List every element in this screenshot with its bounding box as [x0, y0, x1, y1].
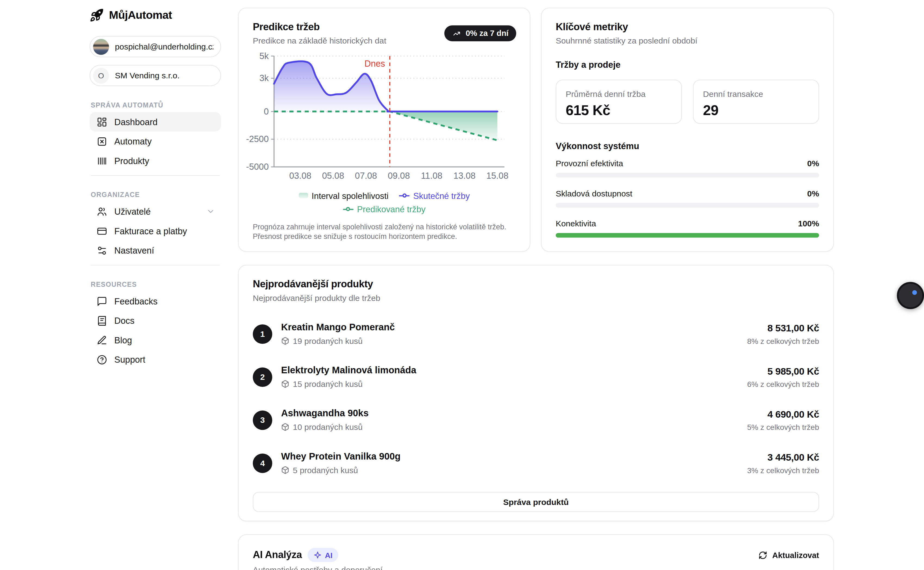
meter-label: Konektivita — [556, 219, 596, 228]
forecast-chart-svg: 5k3k0-2500-500003.0805.0807.0809.0811.08… — [241, 51, 512, 186]
ai-analysis-card: AI Analýza AI Aktualizovat Automatické p — [238, 534, 834, 570]
progress-track — [556, 173, 819, 178]
sidebar-item-support[interactable]: Support — [89, 349, 221, 369]
legend-item-interval: Interval spolehlivosti — [298, 189, 388, 202]
product-sold: 10 prodaných kusů — [281, 422, 369, 432]
svg-text:-2500: -2500 — [246, 134, 269, 144]
svg-text:03.08: 03.08 — [289, 171, 311, 181]
users-icon — [97, 206, 107, 217]
book-icon — [97, 315, 107, 326]
sidebar-item-docs[interactable]: Docs — [89, 311, 221, 330]
progress-track — [556, 233, 819, 238]
product-share: 8% z celkových tržeb — [747, 337, 819, 346]
sidebar-item-automaty[interactable]: Automaty — [89, 132, 221, 151]
stat-label: Denní transakce — [703, 89, 809, 98]
legend-label: Skutečné tržby — [413, 191, 470, 200]
user-account-button[interactable]: pospichal@underholding.cz — [89, 36, 221, 57]
metrics-title: Klíčové metriky — [556, 21, 819, 33]
package-icon — [281, 337, 289, 345]
svg-text:5k: 5k — [259, 51, 269, 61]
pen-icon — [97, 335, 107, 345]
sidebar-item-feedbacks[interactable]: Feedbacks — [89, 291, 221, 311]
meter-label: Provozní efektivita — [556, 159, 623, 168]
sidebar-item-uzivatele[interactable]: Uživatelé — [89, 202, 221, 221]
dashboard-icon — [97, 116, 107, 127]
notification-dot — [912, 290, 917, 295]
svg-text:05.08: 05.08 — [322, 171, 344, 181]
legend-item-predicted: Predikované tržby — [343, 203, 426, 216]
product-sold: 5 prodaných kusů — [281, 465, 401, 475]
sales-section-title: Tržby a prodeje — [556, 60, 819, 70]
sidebar-item-dashboard[interactable]: Dashboard — [89, 112, 221, 132]
line-marker-icon — [343, 206, 354, 212]
svg-text:09.08: 09.08 — [388, 171, 410, 181]
sidebar: MůjAutomat pospichal@underholding.cz O S… — [89, 0, 221, 369]
sidebar-item-label: Uživatelé — [115, 207, 151, 216]
svg-text:0: 0 — [264, 107, 269, 116]
meter-value: 100% — [798, 219, 819, 228]
meter-konektivita: Konektivita 100% — [556, 219, 819, 238]
sidebar-item-label: Dashboard — [115, 117, 158, 127]
sidebar-item-label: Docs — [115, 316, 134, 326]
vending-machine-icon — [97, 136, 107, 147]
app-logo: MůjAutomat — [89, 8, 221, 23]
forecast-chart: 5k3k0-2500-500003.0805.0807.0809.0811.08… — [241, 51, 516, 188]
products-title: Nejprodávanější produkty — [253, 278, 819, 290]
line-marker-icon — [399, 193, 410, 199]
product-price: 5 985,00 Kč — [747, 365, 819, 377]
product-sold: 19 prodaných kusů — [281, 336, 395, 346]
manage-products-button[interactable]: Správa produktů — [253, 492, 819, 512]
feedback-widget-button[interactable] — [897, 282, 924, 309]
sidebar-section-sprava-automatu: SPRÁVA AUTOMATŮ — [91, 101, 221, 109]
sidebar-item-fakturace[interactable]: Fakturace a platby — [89, 221, 221, 241]
sidebar-item-blog[interactable]: Blog — [89, 330, 221, 350]
package-icon — [281, 466, 289, 474]
sidebar-item-label: Produkty — [115, 156, 149, 166]
progress-track — [556, 203, 819, 208]
product-share: 6% z celkových tržeb — [747, 380, 819, 389]
system-section-title: Výkonnost systému — [556, 141, 819, 151]
forecast-card: Predikce tržeb Predikce na základě histo… — [238, 8, 530, 252]
stat-boxes: Průměrná denní tržba 615 Kč Denní transa… — [556, 80, 819, 124]
metrics-subtitle: Souhrnné statistiky za poslední období — [556, 36, 819, 46]
forecast-note: Prognóza zahrnuje interval spolehlivosti… — [253, 223, 516, 241]
legend-label: Predikované tržby — [357, 204, 426, 214]
meter-skladova-dostupnost: Skladová dostupnost 0% — [556, 189, 819, 208]
sidebar-divider — [91, 265, 220, 265]
product-share: 3% z celkových tržeb — [747, 466, 819, 475]
rocket-icon — [89, 8, 104, 22]
org-name: SM Vending s.r.o. — [115, 71, 180, 80]
svg-text:Dnes: Dnes — [365, 59, 385, 69]
meter-value: 0% — [807, 159, 819, 168]
refresh-button[interactable]: Aktualizovat — [759, 551, 819, 560]
svg-text:15.08: 15.08 — [486, 171, 509, 181]
help-circle-icon — [97, 354, 107, 365]
package-icon — [281, 380, 289, 388]
sidebar-item-nastaveni[interactable]: Nastavení — [89, 241, 221, 260]
meter-provozni-efektivita: Provozní efektivita 0% — [556, 159, 819, 178]
product-price: 3 445,00 Kč — [747, 451, 819, 463]
message-square-icon — [97, 296, 107, 306]
org-switcher-button[interactable]: O SM Vending s.r.o. — [89, 65, 221, 86]
chevron-down-icon[interactable] — [206, 207, 215, 216]
product-name: Elektrolyty Malinová limonáda — [281, 365, 416, 376]
rank-badge: 3 — [253, 410, 272, 430]
org-avatar: O — [93, 67, 109, 84]
sidebar-section-resources: RESOURCES — [91, 281, 221, 288]
package-icon — [281, 423, 289, 431]
svg-text:13.08: 13.08 — [454, 171, 475, 181]
meter-value: 0% — [807, 189, 819, 198]
svg-text:3k: 3k — [259, 73, 269, 83]
product-name: Kreatin Mango Pomeranč — [281, 322, 395, 333]
user-avatar — [93, 38, 109, 55]
dashboard-page: MůjAutomat pospichal@underholding.cz O S… — [0, 0, 924, 570]
sidebar-item-produkty[interactable]: Produkty — [89, 151, 221, 171]
product-row: 1 Kreatin Mango Pomeranč 19 prodaných ku… — [253, 320, 819, 348]
top-products-card: Nejprodávanější produkty Nejprodávanější… — [238, 265, 834, 521]
credit-card-icon — [97, 225, 107, 236]
rank-badge: 1 — [253, 324, 272, 344]
stat-label: Průměrná denní tržba — [566, 89, 672, 98]
ai-title: AI Analýza — [253, 549, 302, 561]
svg-text:07.08: 07.08 — [355, 171, 377, 181]
trend-badge: 0% za 7 dní — [444, 25, 516, 41]
